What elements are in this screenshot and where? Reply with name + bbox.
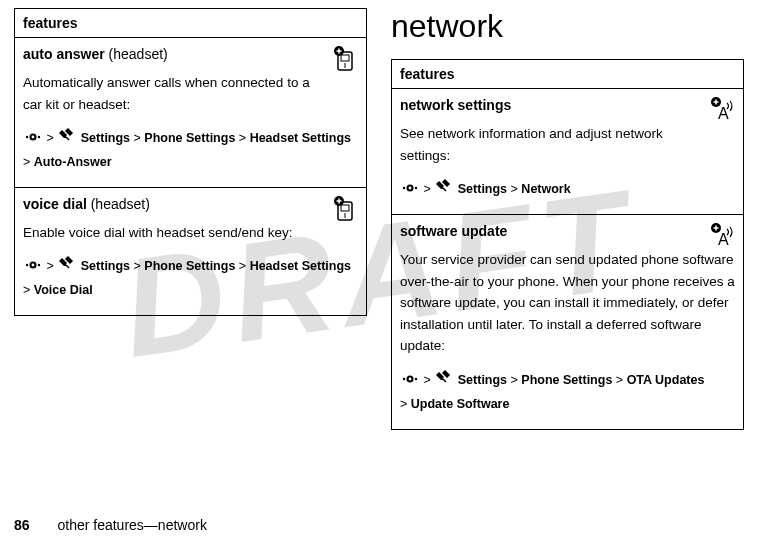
svg-text:A: A — [718, 231, 729, 248]
svg-point-26 — [409, 187, 412, 190]
feature-cell: A network settings See network informati… — [392, 89, 744, 215]
tools-icon — [59, 255, 75, 279]
svg-point-16 — [26, 264, 28, 266]
features-table-right: features A network settings — [391, 59, 744, 430]
feature-cell: voice dial (headset) Enable voice dial w… — [15, 187, 367, 315]
gt: > — [511, 373, 518, 387]
gt: > — [239, 260, 246, 274]
feature-path: > Settings > Phone Settings > Headset Se… — [23, 127, 358, 175]
tools-icon — [436, 369, 452, 393]
center-key-icon — [25, 127, 41, 151]
gt: > — [134, 131, 141, 145]
feature-title-bold: auto answer — [23, 46, 105, 62]
gt: > — [239, 131, 246, 145]
feature-cell: auto answer (headset) Automatically answ… — [15, 38, 367, 188]
section-heading: network — [391, 8, 744, 45]
right-column: network features A — [391, 8, 744, 492]
gt: > — [23, 155, 30, 169]
page-content: features auto an — [0, 0, 758, 492]
svg-point-24 — [403, 187, 405, 189]
features-table-left: features auto an — [14, 8, 367, 316]
svg-rect-11 — [341, 205, 349, 211]
path-seg: Phone Settings — [521, 373, 612, 387]
feature-path: > Settings > Phone Settings > Headset Se… — [23, 255, 358, 303]
svg-point-35 — [415, 378, 417, 380]
feature-title: software update — [400, 223, 735, 239]
path-seg: Voice Dial — [34, 283, 93, 297]
left-column: features auto an — [14, 8, 367, 492]
gt: > — [23, 283, 30, 297]
feature-path: > Settings > Network — [400, 178, 735, 202]
svg-point-8 — [32, 136, 35, 139]
gt: > — [423, 373, 430, 387]
path-seg: Phone Settings — [144, 131, 235, 145]
feature-title-bold: software update — [400, 223, 507, 239]
path-seg: Settings — [81, 260, 130, 274]
center-key-icon — [402, 369, 418, 393]
svg-point-32 — [403, 378, 405, 380]
tools-icon — [436, 178, 452, 202]
path-seg: Phone Settings — [144, 260, 235, 274]
table-header: features — [392, 60, 744, 89]
path-seg: Network — [521, 182, 570, 196]
table-header: features — [15, 9, 367, 38]
gt: > — [46, 260, 53, 274]
page-number: 86 — [14, 517, 30, 533]
gt: > — [400, 397, 407, 411]
feature-title-bold: network settings — [400, 97, 511, 113]
path-seg: Update Software — [411, 397, 510, 411]
feature-desc: Automatically answer calls when connecte… — [23, 72, 358, 115]
svg-point-27 — [415, 187, 417, 189]
antenna-plus-icon: A — [707, 221, 737, 254]
svg-point-6 — [26, 136, 28, 138]
feature-title-paren: (headset) — [91, 196, 150, 212]
footer-text: other features—network — [57, 517, 206, 533]
center-key-icon — [402, 178, 418, 202]
gt: > — [616, 373, 623, 387]
center-key-icon — [25, 255, 41, 279]
svg-text:A: A — [718, 105, 729, 122]
path-seg: Headset Settings — [250, 131, 351, 145]
svg-point-9 — [38, 136, 40, 138]
headset-plus-icon — [330, 44, 360, 77]
headset-plus-icon — [330, 194, 360, 227]
antenna-plus-icon: A — [707, 95, 737, 128]
feature-desc: See network information and adjust netwo… — [400, 123, 735, 166]
gt: > — [423, 182, 430, 196]
gt: > — [134, 260, 141, 274]
svg-point-18 — [32, 264, 35, 267]
svg-point-34 — [409, 378, 412, 381]
path-seg: OTA Updates — [627, 373, 705, 387]
svg-rect-1 — [341, 55, 349, 61]
feature-title-paren: (headset) — [109, 46, 168, 62]
path-seg: Settings — [458, 373, 507, 387]
feature-title: network settings — [400, 97, 735, 113]
feature-desc: Your service provider can send updated p… — [400, 249, 735, 357]
feature-path: > Settings > Phone Settings > OTA Update… — [400, 369, 735, 417]
feature-title: auto answer (headset) — [23, 46, 358, 62]
path-seg: Headset Settings — [250, 260, 351, 274]
page-footer: 86 other features—network — [14, 517, 207, 533]
svg-point-19 — [38, 264, 40, 266]
tools-icon — [59, 127, 75, 151]
feature-title-bold: voice dial — [23, 196, 87, 212]
feature-desc: Enable voice dial with headset send/end … — [23, 222, 358, 244]
feature-cell: A software update Your service provider … — [392, 215, 744, 430]
gt: > — [511, 182, 518, 196]
gt: > — [46, 131, 53, 145]
path-seg: Auto-Answer — [34, 155, 112, 169]
path-seg: Settings — [458, 182, 507, 196]
feature-title: voice dial (headset) — [23, 196, 358, 212]
path-seg: Settings — [81, 131, 130, 145]
